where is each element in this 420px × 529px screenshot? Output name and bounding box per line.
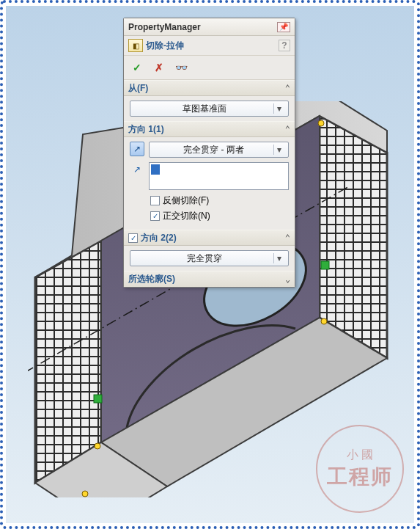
dir1-selection-list[interactable] [149,162,289,190]
collapse-icon[interactable]: ⌃ [285,233,290,243]
section-contours-title: 所选轮廓(S) [128,273,175,285]
list-item[interactable] [151,164,160,175]
expand-icon[interactable]: ⌃ [285,274,290,285]
pm-titlebar[interactable]: PropertyManager 📌 [124,18,295,36]
section-dir1-title: 方向 1(1) [128,123,164,136]
svg-rect-11 [94,395,102,403]
svg-rect-12 [321,261,329,269]
section-from-header[interactable]: 从(F) ⌃ [124,80,295,96]
section-dir1-header[interactable]: 方向 1(1) ⌃ [124,121,295,137]
dir1-endcondition-value: 完全贯穿 - 两者 [154,144,273,156]
chevron-down-icon: ▾ [273,145,284,155]
svg-point-15 [95,443,100,449]
svg-point-13 [318,120,324,126]
checkbox-icon [128,233,138,243]
cut-extrude-icon: ◧ [128,39,143,52]
pin-icon[interactable]: 📌 [277,22,290,32]
pm-actions: ✓ ✗ 👓 [124,56,295,80]
collapse-icon[interactable]: ⌃ [285,83,290,93]
section-dir2-header[interactable]: 方向 2(2) ⌃ [124,230,295,246]
pm-title: PropertyManager [128,22,273,32]
checkbox-icon [150,211,160,221]
from-select[interactable]: 草图基准面 ▾ [130,101,289,117]
direction-vector-icon[interactable]: ↗ [130,162,144,177]
feature-header: ◧ 切除-拉伸 ? [124,36,295,56]
flip-side-checkbox[interactable]: 反侧切除(F) [150,194,289,207]
cancel-button[interactable]: ✗ [152,60,166,75]
dir2-endcondition-value: 完全贯穿 [135,252,273,265]
checkbox-icon [150,196,160,205]
help-button[interactable]: ? [279,40,290,51]
section-from-body: 草图基准面 ▾ [124,96,295,121]
section-dir2-body: 完全贯穿 ▾ [124,246,295,271]
collapse-icon[interactable]: ⌃ [285,124,290,134]
svg-point-14 [321,318,327,324]
normal-cut-label: 正交切除(N) [163,210,210,222]
dir1-endcondition-select[interactable]: 完全贯穿 - 两者 ▾ [149,142,289,158]
section-contours-header[interactable]: 所选轮廓(S) ⌃ [124,271,295,287]
section-from-title: 从(F) [128,82,148,95]
svg-point-16 [82,491,88,497]
reverse-direction-button[interactable]: ↗ [130,142,144,156]
feature-name: 切除-拉伸 [146,40,184,52]
from-select-value: 草图基准面 [135,103,273,115]
property-manager-panel: PropertyManager 📌 ◧ 切除-拉伸 ? ✓ ✗ 👓 从(F) ⌃… [123,18,295,288]
chevron-down-icon: ▾ [273,253,284,263]
dir2-endcondition-select[interactable]: 完全贯穿 ▾ [130,250,289,266]
flip-side-label: 反侧切除(F) [163,194,209,207]
section-dir2-title: 方向 2(2) [141,232,177,244]
dir2-enable-checkbox[interactable]: 方向 2(2) [128,232,177,244]
section-dir1-body: ↗ 完全贯穿 - 两者 ▾ ↗ 反侧切除(F) 正交切除(N) [124,137,295,230]
chevron-down-icon: ▾ [273,103,284,114]
preview-button[interactable]: 👓 [174,60,188,75]
normal-cut-checkbox[interactable]: 正交切除(N) [150,210,289,222]
ok-button[interactable]: ✓ [130,60,144,75]
